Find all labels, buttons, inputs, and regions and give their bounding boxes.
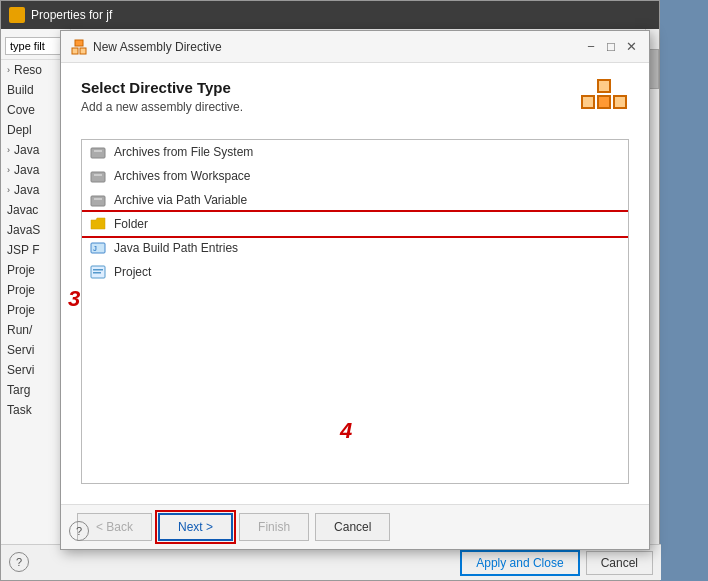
modal-title-text: New Assembly Directive (93, 40, 222, 54)
assembly-icon (581, 79, 629, 127)
svg-rect-0 (75, 40, 83, 46)
svg-rect-1 (72, 48, 78, 54)
project-icon (90, 264, 106, 280)
svg-rect-8 (94, 198, 102, 200)
svg-rect-3 (91, 148, 105, 158)
list-item-label: Archive via Path Variable (114, 193, 247, 207)
bg-titlebar: Properties for jf (1, 1, 659, 29)
modal-title-area: New Assembly Directive (71, 39, 222, 55)
list-item-archives-ws[interactable]: Archives from Workspace (82, 164, 628, 188)
modal-heading-text: Select Directive Type Add a new assembly… (81, 79, 243, 114)
svg-rect-7 (91, 196, 105, 206)
cancel-button[interactable]: Cancel (586, 551, 653, 575)
modal-title-controls: − □ ✕ (583, 39, 639, 55)
arrow-icon: › (7, 145, 10, 155)
archive-fs-icon (90, 144, 106, 160)
apply-close-button[interactable]: Apply and Close (460, 550, 579, 576)
modal-footer-buttons: < Back Next > Finish Cancel (77, 513, 390, 541)
java-build-icon: J (90, 240, 106, 256)
assembly-block-3 (597, 95, 611, 109)
close-button[interactable]: ✕ (623, 39, 639, 55)
assembly-block-1 (597, 79, 611, 93)
list-item-java-build[interactable]: J Java Build Path Entries (82, 236, 628, 260)
arrow-icon: › (7, 65, 10, 75)
modal-title-icon (71, 39, 87, 55)
minimize-button[interactable]: − (583, 39, 599, 55)
modal-dialog: New Assembly Directive − □ ✕ Select Dire… (60, 30, 650, 550)
folder-icon (90, 216, 106, 232)
list-item-label: Folder (114, 217, 148, 231)
list-item-label: Archives from File System (114, 145, 253, 159)
assembly-block-4 (613, 95, 627, 109)
list-item-label: Project (114, 265, 151, 279)
list-item-label: Java Build Path Entries (114, 241, 238, 255)
cancel-modal-button[interactable]: Cancel (315, 513, 390, 541)
bg-title-text: Properties for jf (31, 8, 112, 22)
modal-footer: ? < Back Next > Finish Cancel (61, 504, 649, 549)
archive-path-icon (90, 192, 106, 208)
arrow-icon: › (7, 165, 10, 175)
bg-title-icon (9, 7, 25, 23)
svg-rect-12 (93, 269, 103, 271)
next-button[interactable]: Next > (158, 513, 233, 541)
list-item-archives-fs[interactable]: Archives from File System (82, 140, 628, 164)
svg-rect-13 (93, 272, 101, 274)
arrow-icon: › (7, 185, 10, 195)
modal-body: Select Directive Type Add a new assembly… (61, 63, 649, 504)
modal-subheading: Add a new assembly directive. (81, 100, 243, 114)
bg-help-button[interactable]: ? (9, 552, 29, 572)
sidebar-filter-input[interactable] (5, 37, 66, 55)
finish-button[interactable]: Finish (239, 513, 309, 541)
assembly-block-2 (581, 95, 595, 109)
modal-heading: Select Directive Type (81, 79, 243, 96)
modal-header-area: Select Directive Type Add a new assembly… (81, 79, 629, 127)
svg-rect-6 (94, 174, 102, 176)
list-item-archive-path[interactable]: Archive via Path Variable (82, 188, 628, 212)
maximize-button[interactable]: □ (603, 39, 619, 55)
svg-text:J: J (93, 245, 97, 252)
modal-header-graphic (581, 79, 629, 127)
modal-help-button[interactable]: ? (69, 521, 89, 541)
list-item-label: Archives from Workspace (114, 169, 250, 183)
directive-list[interactable]: Archives from File System Archives from … (81, 139, 629, 484)
list-item-folder[interactable]: Folder (82, 212, 628, 236)
modal-titlebar: New Assembly Directive − □ ✕ (61, 31, 649, 63)
list-item-project[interactable]: Project (82, 260, 628, 284)
svg-rect-4 (94, 150, 102, 152)
svg-rect-5 (91, 172, 105, 182)
svg-rect-2 (80, 48, 86, 54)
archive-ws-icon (90, 168, 106, 184)
